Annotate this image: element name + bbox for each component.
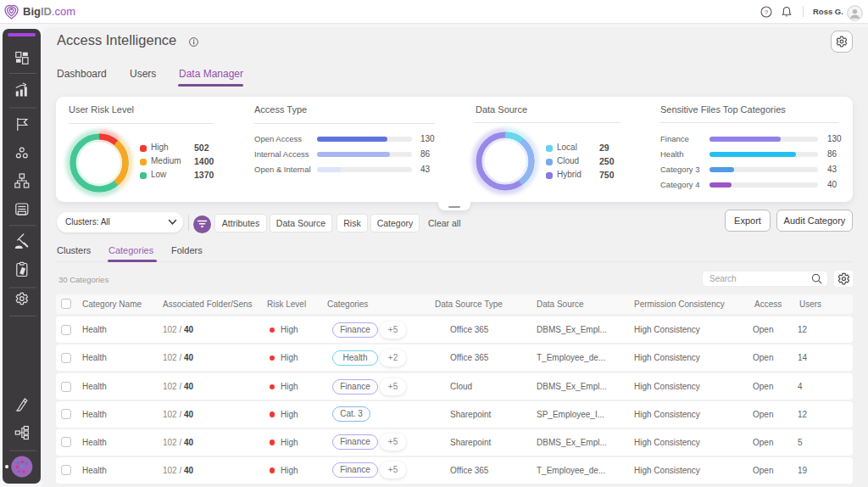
- svg-text:?: ?: [765, 8, 769, 16]
